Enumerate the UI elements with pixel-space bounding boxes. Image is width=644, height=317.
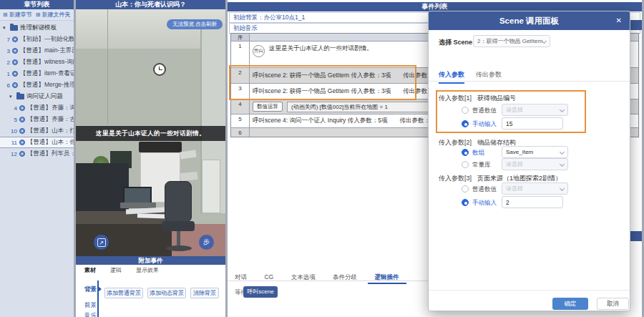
- confirm-button[interactable]: 确定: [552, 298, 588, 310]
- event-text: 呼叫scene 4: 询问一个证人 Inquiry 传入参数：5项 传出参数：5…: [253, 117, 439, 125]
- tab-input-params[interactable]: 传入参数: [439, 70, 464, 84]
- scene-icon: [12, 59, 18, 65]
- radio-normal-value[interactable]: [462, 107, 469, 114]
- chapter-item[interactable]: 5【普通】齐藤：古田是: [0, 114, 74, 125]
- scene-icon: [12, 71, 18, 77]
- material-item-music[interactable]: 音乐: [84, 312, 97, 317]
- scene-icon: [19, 117, 25, 122]
- tab-logic[interactable]: 逻辑: [106, 265, 126, 275]
- close-icon[interactable]: ✕: [616, 11, 622, 30]
- chapter-label: 【普通】Merge-推理合成: [20, 81, 74, 89]
- folder-row[interactable]: ▾ 推理解谜模板: [0, 22, 74, 34]
- select-value: 请选择: [506, 161, 523, 167]
- chair-base: [166, 245, 192, 251]
- chapter-item[interactable]: 12【普通】列车员：对古: [0, 148, 74, 160]
- tab-logic-plugin[interactable]: 逻辑插件: [368, 271, 406, 284]
- chapter-item[interactable]: 6【普通】Merge-推理合成: [0, 79, 74, 91]
- scene-icon: [12, 36, 18, 42]
- radio-manual-input[interactable]: [462, 120, 469, 127]
- radio-manual-input[interactable]: [462, 199, 469, 206]
- radio-array[interactable]: [462, 149, 469, 156]
- chapter-num: 11: [0, 140, 17, 146]
- tab-cg[interactable]: CG: [257, 271, 280, 281]
- new-folder-button[interactable]: ⊞ 新建文件夹: [36, 11, 71, 19]
- background-panel-header-peek: [630, 231, 642, 241]
- select-value: 请选择: [506, 107, 523, 113]
- chapter-num: 7: [0, 36, 10, 43]
- chapter-label: 【初始】—初始化数值—: [20, 35, 74, 44]
- radio-normal-value[interactable]: [462, 185, 469, 192]
- param-select[interactable]: 请选择: [502, 182, 568, 195]
- chapter-num: 6: [0, 82, 10, 89]
- scene-icon: [19, 128, 25, 134]
- scene-select[interactable]: 2：获得一个物品 GetItem: [473, 35, 550, 47]
- folder-label: 询问证人问题: [26, 92, 63, 101]
- folder-icon: [16, 94, 24, 99]
- step-button[interactable]: 步: [199, 235, 214, 250]
- caret-down-icon[interactable]: ▾: [9, 94, 14, 99]
- event-bottom-tabs: 对话 CG 文本选项 条件分歧 逻辑插件 等待读者: [228, 269, 429, 281]
- caret-down-icon[interactable]: ▾: [3, 25, 8, 31]
- chevron-down-icon: [560, 186, 565, 191]
- tab-display-effect[interactable]: 显示效果: [132, 265, 163, 275]
- order-column-header: 序: [231, 34, 250, 41]
- chevron-down-icon: [560, 162, 565, 167]
- param-select[interactable]: 请选择: [502, 158, 568, 170]
- scene-icon: [19, 105, 25, 111]
- param-label: 传入参数[1]: [439, 94, 472, 103]
- material-item-background[interactable]: 背景: [84, 286, 97, 294]
- scene-icon: [12, 82, 18, 88]
- radio-constant-lib[interactable]: [462, 161, 469, 168]
- laptop-screen: [123, 187, 152, 204]
- app-root: { "colors":{"header_blue":"#3e5a98","acc…: [0, 0, 644, 317]
- chapter-item[interactable]: 7【初始】—初始化数值—: [0, 34, 74, 45]
- chapter-list-panel: 章节列表 ⊞ 新建章节 ⊞ 新建文件夹 ▦ ▾ 推理解谜模板 7【初始】—初始化…: [0, 0, 74, 317]
- event-num: 6: [231, 128, 250, 137]
- call-scene-button[interactable]: 呼叫scene: [243, 286, 278, 298]
- chapter-item[interactable]: 4【普通】齐藤：询问案: [0, 102, 74, 114]
- refresh-preview-button[interactable]: 无法预览 点击刷新: [167, 19, 223, 29]
- manual-input-field[interactable]: [502, 117, 563, 130]
- chapter-item[interactable]: 2【普通】witness-询问证人: [0, 57, 74, 68]
- manual-input-field[interactable]: [502, 196, 563, 208]
- dialogue-banner: 这里是关于山本证人的一些对话剧情。: [76, 126, 225, 141]
- radio-label: 手动输入: [472, 199, 497, 208]
- folder-icon: [10, 25, 18, 31]
- chapter-num: 12: [0, 151, 17, 157]
- chapter-label: 【普通】item-查看证物: [20, 69, 74, 78]
- copier-tray: [180, 150, 196, 160]
- tab-text-option[interactable]: 文本选项: [284, 271, 323, 283]
- numeric-operation-button[interactable]: 数值运算: [253, 102, 283, 112]
- operation-expression: (动画关闭) [数值002]当前所在地图 = 1: [287, 102, 443, 112]
- chapter-label: 【普通】山本：你与死: [27, 138, 74, 147]
- param-select[interactable]: Save_Item: [502, 146, 568, 158]
- clear-background-button[interactable]: 清除背景: [190, 288, 219, 298]
- scene-select-value: 2：获得一个物品 GetItem: [477, 38, 542, 44]
- tab-material[interactable]: 素材: [80, 265, 100, 275]
- radio-label: 普通数值: [472, 185, 497, 194]
- chapter-item-selected[interactable]: 11【普通】山本：你与死: [0, 137, 74, 148]
- folder-row[interactable]: ▾ 询问证人问题: [0, 91, 74, 102]
- chapter-label: 【普通】山本：打算的: [27, 127, 74, 135]
- scene-call-modal: Scene 调用面板 ✕ 选择 Scene 2：获得一个物品 GetItem 传…: [428, 11, 630, 311]
- param-select[interactable]: 请选择: [502, 104, 568, 116]
- tab-condition-branch[interactable]: 条件分歧: [326, 271, 364, 283]
- chapter-num: 10: [0, 128, 17, 135]
- add-normal-background-button[interactable]: 添加普通背景: [104, 288, 143, 298]
- event-num: 5: [231, 114, 250, 127]
- modal-footer: 确定 取消: [429, 290, 630, 312]
- chapter-item[interactable]: 3【普通】main-主界面: [0, 45, 74, 57]
- new-chapter-button[interactable]: ⊞ 新建章节: [3, 11, 32, 19]
- event-text: 呼叫scene 2: 获得一个物品 GetItem 传入参数：3项 传出参数：1…: [253, 72, 443, 80]
- tab-dialogue[interactable]: 对话: [228, 271, 254, 283]
- share-button[interactable]: ↗: [94, 235, 109, 250]
- chapter-list-title: 章节列表: [0, 0, 74, 9]
- tab-divider: [429, 81, 630, 82]
- chapter-item[interactable]: 1【普通】item-查看证物: [0, 68, 74, 79]
- cancel-button[interactable]: 取消: [597, 298, 629, 310]
- event-num: 1: [231, 42, 250, 67]
- chapter-item[interactable]: 10【普通】山本：打算的: [0, 125, 74, 137]
- step-icon: 步: [203, 238, 210, 247]
- material-item-foreground[interactable]: 前景: [84, 301, 97, 310]
- add-dynamic-background-button[interactable]: 添加动态背景: [147, 288, 186, 298]
